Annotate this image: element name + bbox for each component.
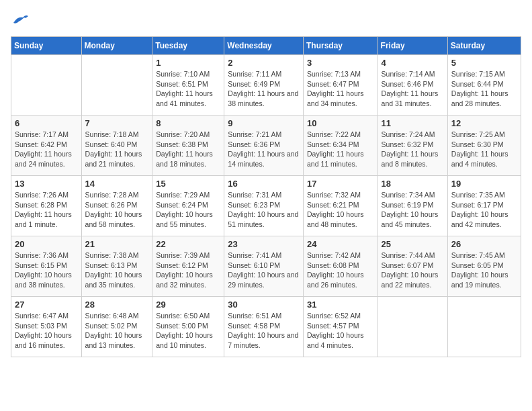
calendar-table: SundayMondayTuesdayWednesdayThursdayFrid… <box>11 36 521 357</box>
day-number: 8 <box>156 118 220 128</box>
day-info: Sunrise: 7:41 AMSunset: 6:10 PMDaylight:… <box>228 250 300 290</box>
day-info: Sunrise: 7:31 AMSunset: 6:23 PMDaylight:… <box>228 190 300 230</box>
calendar-cell: 30Sunrise: 6:51 AMSunset: 4:58 PMDayligh… <box>224 297 304 357</box>
page-header <box>11 11 521 30</box>
calendar-cell <box>81 55 152 116</box>
day-info: Sunrise: 7:24 AMSunset: 6:32 PMDaylight:… <box>382 130 444 169</box>
day-number: 23 <box>228 239 300 249</box>
calendar-cell: 16Sunrise: 7:31 AMSunset: 6:23 PMDayligh… <box>224 176 304 236</box>
calendar-cell: 15Sunrise: 7:29 AMSunset: 6:24 PMDayligh… <box>152 176 224 236</box>
calendar-cell: 26Sunrise: 7:45 AMSunset: 6:05 PMDayligh… <box>447 236 521 297</box>
weekday-header: Friday <box>378 37 447 55</box>
day-number: 22 <box>156 239 220 249</box>
day-number: 10 <box>307 118 374 128</box>
calendar-cell: 3Sunrise: 7:13 AMSunset: 6:47 PMDaylight… <box>303 55 378 116</box>
day-info: Sunrise: 7:29 AMSunset: 6:24 PMDaylight:… <box>156 190 220 230</box>
calendar-cell: 23Sunrise: 7:41 AMSunset: 6:10 PMDayligh… <box>224 236 304 297</box>
day-info: Sunrise: 6:51 AMSunset: 4:58 PMDaylight:… <box>228 311 300 351</box>
calendar-cell: 14Sunrise: 7:28 AMSunset: 6:26 PMDayligh… <box>81 176 152 236</box>
weekday-header: Saturday <box>447 37 521 55</box>
calendar-cell <box>447 297 521 357</box>
calendar-cell: 2Sunrise: 7:11 AMSunset: 6:49 PMDaylight… <box>224 55 304 116</box>
day-info: Sunrise: 7:25 AMSunset: 6:30 PMDaylight:… <box>451 130 517 169</box>
day-number: 30 <box>228 300 300 310</box>
calendar-cell: 22Sunrise: 7:39 AMSunset: 6:12 PMDayligh… <box>152 236 224 297</box>
calendar-cell: 20Sunrise: 7:36 AMSunset: 6:15 PMDayligh… <box>11 236 82 297</box>
day-info: Sunrise: 7:26 AMSunset: 6:28 PMDaylight:… <box>15 190 78 230</box>
day-number: 29 <box>156 300 220 310</box>
calendar-cell: 11Sunrise: 7:24 AMSunset: 6:32 PMDayligh… <box>378 116 447 176</box>
day-info: Sunrise: 7:32 AMSunset: 6:21 PMDaylight:… <box>307 190 374 230</box>
day-info: Sunrise: 7:39 AMSunset: 6:12 PMDaylight:… <box>156 250 220 290</box>
calendar-cell: 7Sunrise: 7:18 AMSunset: 6:40 PMDaylight… <box>81 116 152 176</box>
calendar-cell: 13Sunrise: 7:26 AMSunset: 6:28 PMDayligh… <box>11 176 82 236</box>
day-number: 1 <box>156 58 220 68</box>
weekday-header-row: SundayMondayTuesdayWednesdayThursdayFrid… <box>11 37 521 55</box>
calendar-cell: 31Sunrise: 6:52 AMSunset: 4:57 PMDayligh… <box>303 297 378 357</box>
calendar-cell <box>11 55 82 116</box>
day-info: Sunrise: 7:10 AMSunset: 6:51 PMDaylight:… <box>156 69 220 109</box>
calendar-week-row: 20Sunrise: 7:36 AMSunset: 6:15 PMDayligh… <box>11 236 521 297</box>
calendar-cell: 18Sunrise: 7:34 AMSunset: 6:19 PMDayligh… <box>378 176 447 236</box>
day-number: 24 <box>307 239 374 249</box>
day-info: Sunrise: 6:47 AMSunset: 5:03 PMDaylight:… <box>15 311 78 351</box>
calendar-cell: 10Sunrise: 7:22 AMSunset: 6:34 PMDayligh… <box>303 116 378 176</box>
day-info: Sunrise: 7:13 AMSunset: 6:47 PMDaylight:… <box>307 69 374 109</box>
day-number: 7 <box>85 118 149 128</box>
day-info: Sunrise: 7:22 AMSunset: 6:34 PMDaylight:… <box>307 130 374 169</box>
calendar-cell: 9Sunrise: 7:21 AMSunset: 6:36 PMDaylight… <box>224 116 304 176</box>
day-number: 11 <box>382 118 444 128</box>
day-info: Sunrise: 7:15 AMSunset: 6:44 PMDaylight:… <box>451 69 517 109</box>
day-info: Sunrise: 7:35 AMSunset: 6:17 PMDaylight:… <box>451 190 517 230</box>
day-number: 14 <box>85 179 149 189</box>
day-number: 26 <box>451 239 517 249</box>
day-number: 6 <box>15 118 78 128</box>
day-info: Sunrise: 7:42 AMSunset: 6:08 PMDaylight:… <box>307 250 374 290</box>
calendar-cell: 28Sunrise: 6:48 AMSunset: 5:02 PMDayligh… <box>81 297 152 357</box>
day-info: Sunrise: 7:18 AMSunset: 6:40 PMDaylight:… <box>85 130 149 169</box>
calendar-cell: 1Sunrise: 7:10 AMSunset: 6:51 PMDaylight… <box>152 55 224 116</box>
calendar-cell: 8Sunrise: 7:20 AMSunset: 6:38 PMDaylight… <box>152 116 224 176</box>
calendar-cell: 12Sunrise: 7:25 AMSunset: 6:30 PMDayligh… <box>447 116 521 176</box>
calendar-week-row: 1Sunrise: 7:10 AMSunset: 6:51 PMDaylight… <box>11 55 521 116</box>
day-number: 25 <box>382 239 444 249</box>
day-info: Sunrise: 6:48 AMSunset: 5:02 PMDaylight:… <box>85 311 149 351</box>
day-info: Sunrise: 7:44 AMSunset: 6:07 PMDaylight:… <box>382 250 444 290</box>
calendar-cell: 17Sunrise: 7:32 AMSunset: 6:21 PMDayligh… <box>303 176 378 236</box>
day-number: 20 <box>15 239 78 249</box>
day-number: 9 <box>228 118 300 128</box>
day-info: Sunrise: 7:21 AMSunset: 6:36 PMDaylight:… <box>228 130 300 169</box>
calendar-cell: 27Sunrise: 6:47 AMSunset: 5:03 PMDayligh… <box>11 297 82 357</box>
day-number: 3 <box>307 58 374 68</box>
day-number: 31 <box>307 300 374 310</box>
calendar-week-row: 13Sunrise: 7:26 AMSunset: 6:28 PMDayligh… <box>11 176 521 236</box>
day-info: Sunrise: 7:45 AMSunset: 6:05 PMDaylight:… <box>451 250 517 290</box>
day-number: 17 <box>307 179 374 189</box>
day-number: 4 <box>382 58 444 68</box>
day-number: 18 <box>382 179 444 189</box>
calendar-cell: 19Sunrise: 7:35 AMSunset: 6:17 PMDayligh… <box>447 176 521 236</box>
day-number: 16 <box>228 179 300 189</box>
weekday-header: Monday <box>81 37 152 55</box>
day-info: Sunrise: 7:17 AMSunset: 6:42 PMDaylight:… <box>15 130 78 169</box>
calendar-cell: 29Sunrise: 6:50 AMSunset: 5:00 PMDayligh… <box>152 297 224 357</box>
calendar-cell: 24Sunrise: 7:42 AMSunset: 6:08 PMDayligh… <box>303 236 378 297</box>
logo-icon <box>11 11 30 30</box>
day-info: Sunrise: 6:52 AMSunset: 4:57 PMDaylight:… <box>307 311 374 351</box>
day-number: 28 <box>85 300 149 310</box>
day-info: Sunrise: 7:14 AMSunset: 6:46 PMDaylight:… <box>382 69 444 109</box>
day-number: 27 <box>15 300 78 310</box>
day-number: 5 <box>451 58 517 68</box>
day-info: Sunrise: 7:36 AMSunset: 6:15 PMDaylight:… <box>15 250 78 290</box>
day-number: 2 <box>228 58 300 68</box>
weekday-header: Sunday <box>11 37 82 55</box>
day-info: Sunrise: 7:11 AMSunset: 6:49 PMDaylight:… <box>228 69 300 109</box>
day-info: Sunrise: 6:50 AMSunset: 5:00 PMDaylight:… <box>156 311 220 351</box>
day-info: Sunrise: 7:34 AMSunset: 6:19 PMDaylight:… <box>382 190 444 230</box>
logo <box>11 11 32 30</box>
calendar-cell: 21Sunrise: 7:38 AMSunset: 6:13 PMDayligh… <box>81 236 152 297</box>
day-number: 19 <box>451 179 517 189</box>
weekday-header: Tuesday <box>152 37 224 55</box>
calendar-cell: 25Sunrise: 7:44 AMSunset: 6:07 PMDayligh… <box>378 236 447 297</box>
day-number: 13 <box>15 179 78 189</box>
